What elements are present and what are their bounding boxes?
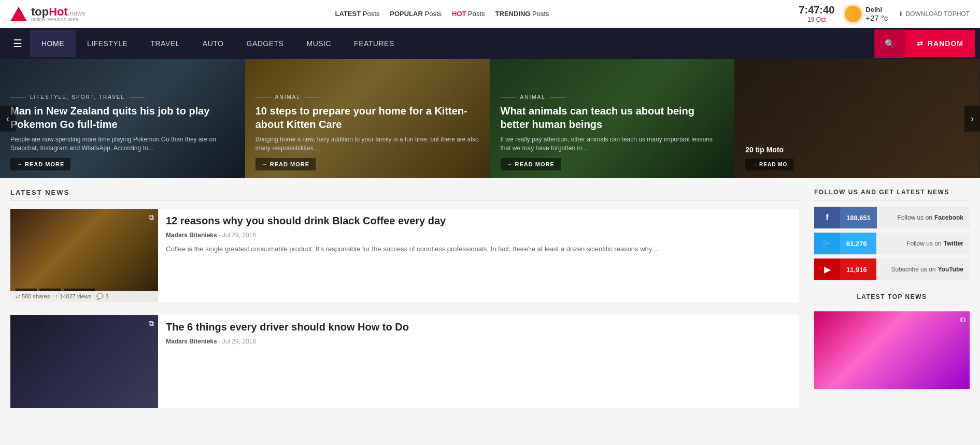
weather-temp: +27 °c — [865, 13, 888, 22]
news-meta-2: Madars Bitenieks · Jul 29, 2016 — [166, 338, 799, 345]
latest-top-thumb-bg — [814, 311, 970, 389]
nav-item-home[interactable]: HOME — [30, 30, 76, 57]
top-nav-links: LATEST Posts POPULAR Posts HOT Posts TRE… — [335, 10, 549, 18]
comments-count: 💬 3 — [96, 293, 108, 300]
slide-2-excerpt: Bringing home a new, furry addition to y… — [255, 135, 479, 153]
slide-3-content: ANIMAL What animals can teach us about b… — [490, 87, 735, 178]
slide-3-read-more[interactable]: → READ MORE — [501, 158, 561, 170]
nav-hot[interactable]: HOT Posts — [452, 10, 485, 18]
thumb-link-icon-1[interactable]: ⧉ — [149, 213, 154, 222]
nav-trending[interactable]: TRENDING Posts — [495, 10, 549, 18]
slide-1: LIFESTYLE, SPORT, TRAVEL Man in New Zeal… — [0, 59, 245, 178]
slide-4-read-more[interactable]: → READ MO — [745, 159, 793, 170]
meta-sep-1: · Jul 29, 2016 — [219, 232, 256, 239]
slide-2-category: ANIMAL — [255, 94, 479, 100]
slide-2-read-more[interactable]: → READ MORE — [255, 158, 316, 170]
nav-item-auto[interactable]: AUTO — [191, 30, 235, 57]
views-count: ↑ 14027 views — [55, 293, 91, 300]
twitter-count: 61,276 — [840, 233, 876, 254]
slide-3-excerpt: If we really pay attention, other animal… — [501, 135, 725, 153]
news-info-1: 12 reasons why you should drink Black Co… — [166, 209, 799, 302]
twitter-icon: 🐦 — [814, 233, 840, 254]
nav-items: HOME LIFESTYLE TRAVEL AUTO GADGETS MUSIC… — [30, 30, 874, 57]
twitter-label: Twitter — [944, 240, 963, 247]
logo[interactable]: topHot.news online research area — [10, 5, 86, 22]
nav-item-features[interactable]: FEATURES — [343, 30, 406, 57]
download-button[interactable]: ⬇ DOWNLOAD TOPHOT — [898, 10, 970, 18]
weather-info: Delhi +27 °c — [865, 6, 888, 22]
slideshow: ‹ LIFESTYLE, SPORT, TRAVEL Man in New Ze… — [0, 59, 980, 178]
youtube-icon: ▶ — [814, 259, 840, 280]
header-right: 7:47:40 19 Oct Delhi +27 °c ⬇ DOWNLOAD T… — [799, 4, 970, 23]
clock-date: 19 Oct — [799, 16, 834, 23]
slide-2-title: 10 steps to prepare your home for a Kitt… — [255, 104, 479, 131]
slide-3-category: ANIMAL — [501, 94, 725, 100]
news-thumb-2: ⧉ — [10, 315, 158, 408]
latest-top-title: LATEST TOP NEWS — [814, 293, 970, 305]
latest-top-thumb: ⧉ — [814, 311, 970, 389]
meta-sep-2: · Jul 29, 2016 — [219, 338, 256, 345]
news-title-2[interactable]: The 6 things every driver should know Ho… — [166, 320, 799, 334]
youtube-follow: Subscribe us on YouTube — [876, 259, 970, 280]
search-button[interactable]: 🔍 — [874, 30, 905, 58]
news-thumb-2-bg — [10, 315, 158, 408]
weather: Delhi +27 °c — [845, 6, 888, 22]
twitter-follow: Follow us on Twitter — [876, 233, 970, 254]
slide-2: ANIMAL 10 steps to prepare your home for… — [245, 59, 490, 178]
follow-section: FOLLOW US AND GET LATEST NEWS f 188,651 … — [814, 189, 970, 280]
news-card-1: ⧉ AUTO FOOD GALLERY ⇌ 580 shares ↑ 14027… — [10, 209, 799, 302]
slide-1-read-more[interactable]: → READ MORE — [10, 158, 70, 170]
news-info-2: The 6 things every driver should know Ho… — [166, 315, 799, 408]
right-column: FOLLOW US AND GET LATEST NEWS f 188,651 … — [814, 189, 970, 421]
youtube-count: 11,916 — [840, 259, 876, 280]
random-label: RANDOM — [928, 39, 963, 48]
nav-item-gadgets[interactable]: GADGETS — [235, 30, 295, 57]
slide-4-title: 20 tip Moto — [745, 145, 969, 154]
author-2: Madars Bitenieks — [166, 338, 217, 345]
latest-top-link-icon[interactable]: ⧉ — [960, 315, 965, 324]
author-1: Madars Bitenieks — [166, 232, 217, 239]
shares-count: ⇌ 580 shares — [16, 293, 50, 300]
youtube-label: YouTube — [938, 266, 963, 273]
news-excerpt-1: Coffee is the single greatest consumable… — [166, 244, 799, 255]
slide-1-content: LIFESTYLE, SPORT, TRAVEL Man in New Zeal… — [0, 87, 245, 178]
slide-1-excerpt: People are now spending more time playin… — [10, 135, 234, 153]
news-thumb-1: ⧉ AUTO FOOD GALLERY ⇌ 580 shares ↑ 14027… — [10, 209, 158, 302]
facebook-label: Facebook — [934, 214, 963, 221]
nav-latest[interactable]: LATEST Posts — [335, 10, 380, 18]
nav-item-music[interactable]: MUSIC — [295, 30, 343, 57]
news-meta-1: Madars Bitenieks · Jul 29, 2016 — [166, 232, 799, 239]
random-button[interactable]: ⇄ RANDOM — [905, 30, 975, 57]
random-icon: ⇄ — [917, 39, 924, 48]
facebook-button[interactable]: f 188,651 Follow us on Facebook — [814, 207, 970, 228]
header: topHot.news online research area LATEST … — [0, 0, 980, 28]
nav-item-travel[interactable]: TRAVEL — [139, 30, 191, 57]
sun-icon — [845, 6, 861, 22]
logo-sub: online research area — [31, 17, 86, 22]
slide-3: ANIMAL What animals can teach us about b… — [490, 59, 735, 178]
twitter-button[interactable]: 🐦 61,276 Follow us on Twitter — [814, 233, 970, 254]
slide-4-content: 20 tip Moto → READ MO — [735, 137, 979, 178]
youtube-button[interactable]: ▶ 11,916 Subscribe us on YouTube — [814, 259, 970, 280]
slide-1-category: LIFESTYLE, SPORT, TRAVEL — [10, 94, 234, 100]
navbar-right: 🔍 ⇄ RANDOM — [874, 30, 975, 58]
news-title-1[interactable]: 12 reasons why you should drink Black Co… — [166, 214, 799, 227]
main-content: LATEST NEWS ⧉ AUTO FOOD GALLERY ⇌ 580 sh… — [0, 178, 980, 432]
slide-3-title: What animals can teach us about being be… — [501, 104, 725, 131]
nav-item-lifestyle[interactable]: LIFESTYLE — [76, 30, 139, 57]
clock: 7:47:40 19 Oct — [799, 4, 834, 23]
hamburger-icon[interactable]: ☰ — [5, 28, 30, 59]
nav-popular[interactable]: POPULAR Posts — [390, 10, 442, 18]
slide-4: 20 tip Moto → READ MO — [735, 59, 980, 178]
slideshow-prev[interactable]: ‹ — [0, 106, 16, 132]
facebook-count: 188,651 — [840, 207, 877, 228]
latest-news-title: LATEST NEWS — [10, 189, 799, 201]
news-thumb-1-bg — [10, 209, 158, 302]
thumb-link-icon-2[interactable]: ⧉ — [149, 319, 154, 328]
facebook-icon: f — [814, 207, 840, 228]
slide-2-content: ANIMAL 10 steps to prepare your home for… — [245, 87, 490, 178]
follow-title: FOLLOW US AND GET LATEST NEWS — [814, 189, 970, 200]
slideshow-next[interactable]: › — [964, 106, 980, 132]
latest-top-section: LATEST TOP NEWS ⧉ — [814, 293, 970, 389]
slide-1-title: Man in New Zealand quits his job to play… — [10, 104, 234, 131]
